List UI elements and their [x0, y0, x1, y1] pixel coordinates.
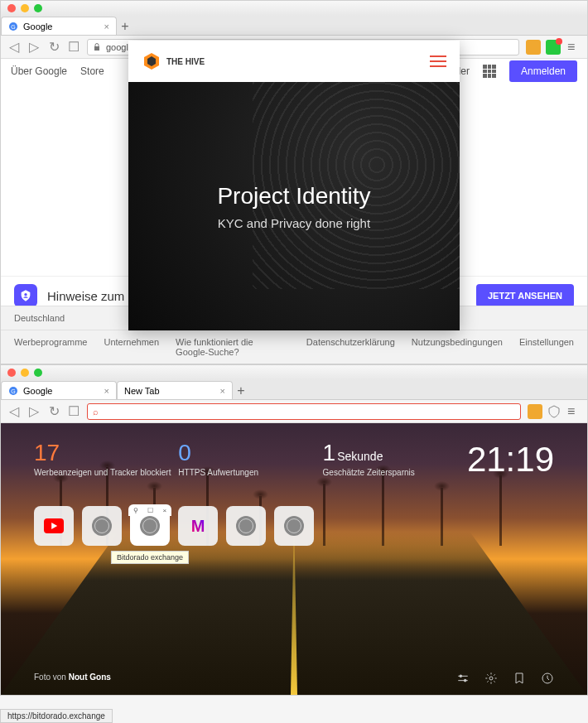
- tile-action-bar: ⚲ ☐ ×: [128, 504, 171, 516]
- globe-icon: [140, 516, 160, 536]
- bookmark-button[interactable]: ☐: [67, 41, 80, 54]
- google-apps-icon[interactable]: [483, 65, 496, 78]
- google-favicon-icon: G: [8, 386, 18, 396]
- maximize-window-button[interactable]: [34, 4, 42, 12]
- stat-number: 17: [34, 440, 178, 466]
- tab-google[interactable]: G Google ×: [1, 381, 117, 399]
- customize-icon[interactable]: [456, 672, 470, 685]
- tile-site[interactable]: M: [178, 506, 218, 546]
- browser-window-1: G Google × + ◁ ▷ ↻ ☐ google.de/?gws_rd=s…: [0, 0, 588, 364]
- credit-prefix: Foto von: [34, 672, 69, 682]
- bottom-toolbar: [456, 672, 554, 685]
- shield-outline-icon[interactable]: [547, 405, 561, 418]
- stat-label: Werbeanzeigen und Tracker blockiert: [34, 468, 178, 477]
- footer-link[interactable]: Einstellungen: [519, 337, 574, 357]
- window-controls: [7, 369, 42, 377]
- forward-button[interactable]: ▷: [27, 41, 41, 54]
- address-bar[interactable]: ⌕: [87, 403, 521, 420]
- close-window-button[interactable]: [7, 369, 16, 377]
- stats-row: 17 Werbeanzeigen und Tracker blockiert 0…: [1, 440, 587, 480]
- pin-icon[interactable]: ⚲: [133, 507, 138, 514]
- menu-button[interactable]: ≡: [567, 404, 581, 419]
- tab-google[interactable]: G Google ×: [1, 17, 117, 35]
- minimize-window-button[interactable]: [21, 4, 29, 12]
- tile-youtube[interactable]: [34, 506, 74, 546]
- footer-link[interactable]: Nutzungsbedingungen: [412, 337, 503, 357]
- settings-icon[interactable]: [484, 672, 498, 685]
- reload-button[interactable]: ↻: [47, 41, 60, 54]
- youtube-icon: [44, 518, 64, 533]
- close-tab-icon[interactable]: ×: [104, 22, 109, 31]
- credit-author[interactable]: Nout Gons: [69, 672, 111, 682]
- footer-link[interactable]: Unternehmen: [104, 337, 159, 357]
- stat-label: HTTPS Aufwertungen: [178, 468, 322, 477]
- reload-button[interactable]: ↻: [47, 405, 60, 418]
- svg-text:G: G: [11, 388, 15, 393]
- tab-newtab[interactable]: New Tab ×: [117, 381, 233, 399]
- bookmarks-icon[interactable]: [513, 672, 526, 685]
- clock: 21:19: [467, 440, 554, 480]
- forward-button[interactable]: ▷: [27, 405, 41, 418]
- tile-site[interactable]: [274, 506, 314, 546]
- remove-icon[interactable]: ×: [163, 507, 167, 514]
- lock-icon: [93, 43, 101, 51]
- stat-unit: Sekunde: [337, 450, 383, 463]
- store-link[interactable]: Store: [80, 65, 104, 77]
- svg-text:G: G: [11, 23, 15, 29]
- globe-icon: [284, 516, 304, 536]
- footer-link[interactable]: Werbeprogramme: [14, 337, 87, 357]
- photo-credit: Foto von Nout Gons: [34, 672, 111, 682]
- close-tab-icon[interactable]: ×: [220, 386, 225, 396]
- extension-icons: [526, 40, 561, 55]
- stat-number: 1: [323, 440, 336, 465]
- m-logo-icon: M: [191, 517, 205, 536]
- extension-hive-icon[interactable]: [528, 404, 542, 419]
- popup-title: Project Identity: [217, 183, 370, 210]
- footer-link[interactable]: Wie funktioniert die Google-Suche?: [176, 337, 273, 357]
- browser-window-2: G Google × New Tab × + ◁ ▷ ↻ ☐ ⌕ ≡: [0, 364, 588, 696]
- minimize-window-button[interactable]: [21, 369, 29, 377]
- back-button[interactable]: ◁: [7, 405, 21, 418]
- tab-title: Google: [23, 22, 52, 31]
- svg-point-10: [489, 677, 493, 680]
- globe-icon: [92, 516, 112, 536]
- new-tab-button[interactable]: +: [117, 18, 133, 35]
- maximize-window-button[interactable]: [34, 369, 42, 377]
- tile-site[interactable]: [226, 506, 266, 546]
- close-window-button[interactable]: [7, 4, 16, 12]
- hive-logo: THE HIVE: [142, 51, 205, 71]
- menu-button[interactable]: ≡: [567, 40, 581, 55]
- extension-shield-icon[interactable]: [546, 40, 561, 55]
- toolbar: ◁ ▷ ↻ ☐ ⌕ ≡: [1, 400, 587, 423]
- privacy-shield-icon: [14, 284, 37, 307]
- footer-link[interactable]: Datenschutzerklärung: [306, 337, 395, 357]
- hive-hex-icon: [142, 51, 161, 71]
- about-link[interactable]: Über Google: [11, 65, 67, 77]
- popup-subtitle: KYC and Privacy done right: [218, 216, 370, 230]
- svg-point-9: [464, 679, 466, 682]
- history-icon[interactable]: [541, 672, 554, 685]
- google-favicon-icon: G: [8, 22, 18, 31]
- new-tab-button[interactable]: +: [233, 383, 249, 399]
- tile-bitdorado[interactable]: ⚲ ☐ × Bitdorado exchange: [130, 506, 170, 546]
- search-icon: ⌕: [93, 407, 99, 417]
- signin-button[interactable]: Anmelden: [509, 60, 577, 82]
- privacy-view-button[interactable]: JETZT ANSEHEN: [476, 284, 574, 307]
- bookmark-button[interactable]: ☐: [67, 405, 80, 418]
- edit-icon[interactable]: ☐: [147, 507, 153, 514]
- popup-header: THE HIVE: [128, 41, 460, 82]
- close-tab-icon[interactable]: ×: [104, 386, 109, 396]
- footer-country: Deutschland: [14, 313, 65, 323]
- stat-number: 0: [178, 440, 322, 466]
- tab-title: New Tab: [124, 386, 160, 396]
- tab-bar: G Google × +: [1, 16, 587, 36]
- tab-title: Google: [23, 386, 52, 396]
- popup-menu-button[interactable]: [430, 55, 446, 67]
- back-button[interactable]: ◁: [7, 41, 21, 54]
- extension-hive-icon[interactable]: [526, 40, 541, 55]
- tile-site[interactable]: [82, 506, 122, 546]
- speed-dial-tiles: ⚲ ☐ × Bitdorado exchange M: [34, 506, 314, 546]
- hive-brand-text: THE HIVE: [166, 57, 205, 66]
- extension-popup: THE HIVE Project Identity KYC and Privac…: [128, 41, 460, 330]
- popup-body: Project Identity KYC and Privacy done ri…: [128, 82, 460, 330]
